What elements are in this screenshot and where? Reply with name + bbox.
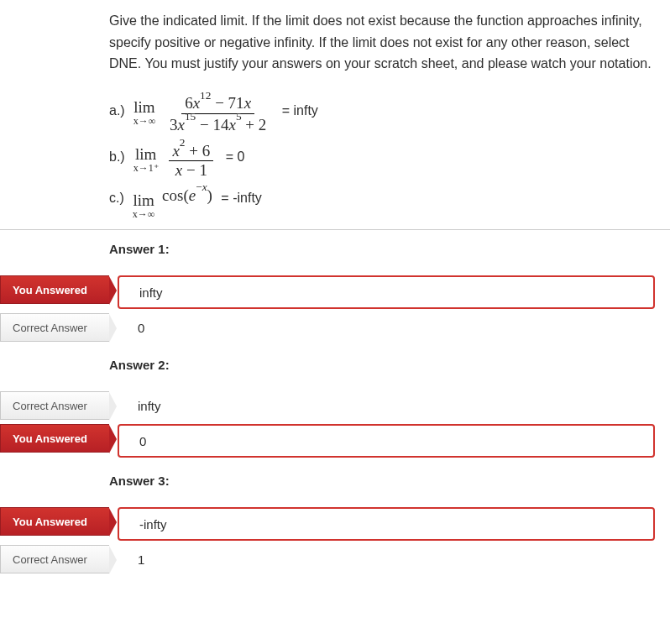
answer-3-correct-value: 1	[118, 545, 670, 573]
answer-1-your-value: infty	[118, 275, 655, 309]
part-c-label: c.)	[109, 187, 124, 209]
answer-1-correct-value: 0	[118, 313, 670, 342]
you-answered-tag: You Answered	[0, 275, 109, 304]
part-b-label: b.)	[109, 146, 125, 168]
answer-1-your-row: You Answered infty	[0, 275, 670, 309]
answer-2-correct-row: Correct Answer infty	[0, 391, 670, 420]
question-stem: Give the indicated limit. If the limit d…	[0, 0, 670, 229]
part-a-label: a.)	[109, 100, 125, 122]
part-b-given: = 0	[222, 146, 244, 168]
part-c-math: limx→∞ cos(e−x)	[129, 182, 212, 214]
question-prompt: Give the indicated limit. If the limit d…	[109, 10, 653, 75]
part-b-math: limx→1⁺ x2 + 6x − 1	[130, 137, 217, 177]
answer-1-correct-row: Correct Answer 0	[0, 313, 670, 342]
part-b: b.) limx→1⁺ x2 + 6x − 1 = 0	[109, 137, 653, 177]
part-a: a.) limx→∞ 6x12 − 71x3x15 − 14x5 + 2 = i…	[109, 90, 653, 132]
answer-3-your-row: You Answered -infty	[0, 507, 670, 541]
correct-answer-tag: Correct Answer	[0, 391, 109, 420]
you-answered-tag: You Answered	[0, 424, 109, 453]
answer-2-heading: Answer 2:	[109, 358, 653, 372]
answer-3-your-value: -infty	[118, 507, 655, 541]
correct-answer-tag: Correct Answer	[0, 313, 109, 342]
correct-answer-tag: Correct Answer	[0, 545, 109, 573]
part-c: c.) limx→∞ cos(e−x) = -infty	[109, 182, 653, 214]
answers-area: Answer 1: You Answered infty Correct Ans…	[0, 229, 670, 578]
quiz-question-container: Give the indicated limit. If the limit d…	[0, 0, 670, 578]
answer-2-correct-value: infty	[118, 391, 670, 420]
answer-2-your-row: You Answered 0	[0, 424, 670, 458]
answer-2-your-value: 0	[118, 424, 655, 458]
answer-3-heading: Answer 3:	[109, 474, 653, 488]
part-a-given: = infty	[278, 100, 318, 122]
part-c-given: = -infty	[217, 187, 262, 209]
part-a-math: limx→∞ 6x12 − 71x3x15 − 14x5 + 2	[130, 90, 274, 132]
question-parts: a.) limx→∞ 6x12 − 71x3x15 − 14x5 + 2 = i…	[109, 90, 653, 214]
answer-1-heading: Answer 1:	[109, 242, 653, 256]
answer-3-correct-row: Correct Answer 1	[0, 545, 670, 573]
you-answered-tag: You Answered	[0, 507, 109, 536]
